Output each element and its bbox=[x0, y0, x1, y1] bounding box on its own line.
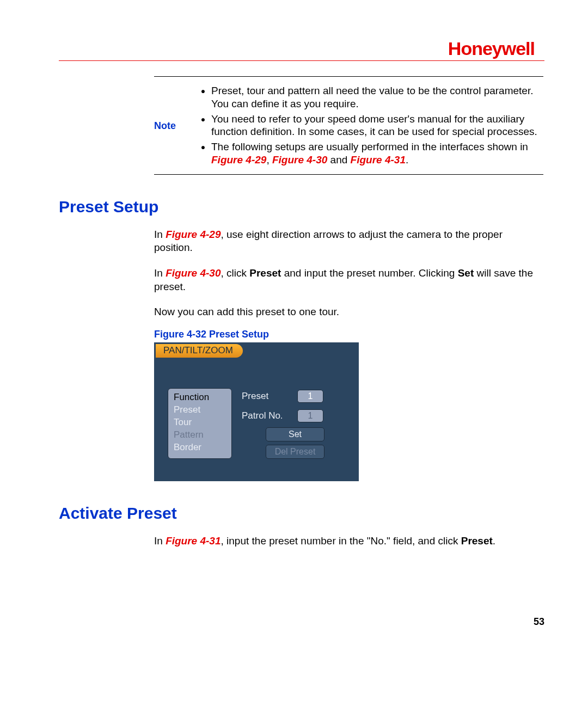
section-heading-preset-setup: Preset Setup bbox=[59, 198, 544, 216]
patrol-input[interactable]: 1 bbox=[297, 409, 323, 422]
note-text: Preset, tour and pattern all need the va… bbox=[211, 84, 543, 111]
page-number: 53 bbox=[534, 616, 544, 628]
bullet-icon: ● bbox=[195, 113, 211, 126]
figure-ref: Figure 4-30 bbox=[166, 267, 220, 279]
header-rule bbox=[59, 60, 544, 61]
figure-caption: Figure 4-32 Preset Setup bbox=[154, 329, 544, 340]
function-item-border[interactable]: Border bbox=[174, 441, 226, 454]
note-list: ● Preset, tour and pattern all need the … bbox=[195, 82, 543, 169]
bullet-icon: ● bbox=[195, 84, 211, 97]
ptz-tab[interactable]: PAN/TILT/ZOOM bbox=[156, 344, 243, 358]
paragraph: In Figure 4-31, input the preset number … bbox=[154, 535, 543, 548]
bold-text: Preset bbox=[461, 535, 493, 547]
set-button[interactable]: Set bbox=[266, 427, 324, 441]
paragraph: Now you can add this preset to one tour. bbox=[154, 305, 543, 319]
bullet-icon: ● bbox=[195, 140, 211, 154]
section-heading-activate-preset: Activate Preset bbox=[59, 504, 544, 523]
figure-preset-setup: PAN/TILT/ZOOM Function Preset Tour Patte… bbox=[154, 342, 544, 481]
note-text: You need to refer to your speed dome use… bbox=[211, 113, 543, 139]
note-block: Note ● Preset, tour and pattern all need… bbox=[154, 76, 543, 175]
note-item: ● You need to refer to your speed dome u… bbox=[195, 113, 543, 139]
figure-ref: Figure 4-29 bbox=[211, 154, 266, 165]
figure-ref: Figure 4-29 bbox=[166, 229, 220, 240]
bold-text: Preset bbox=[249, 267, 281, 279]
note-item: ● The following setups are usually perfo… bbox=[195, 140, 543, 167]
preset-input[interactable]: 1 bbox=[297, 390, 323, 403]
control-column: Preset 1 Patrol No. 1 Set Del Preset bbox=[242, 388, 324, 459]
paragraph: In Figure 4-29, use eight direction arro… bbox=[154, 228, 543, 255]
function-item-tour[interactable]: Tour bbox=[174, 416, 226, 429]
figure-ref: Figure 4-31 bbox=[166, 535, 220, 547]
function-box: Function Preset Tour Pattern Border bbox=[168, 388, 232, 459]
function-title: Function bbox=[174, 392, 226, 403]
note-text: The following setups are usually perform… bbox=[211, 140, 543, 167]
note-label: Note bbox=[154, 82, 195, 132]
function-item-pattern[interactable]: Pattern bbox=[174, 429, 226, 441]
function-item-preset[interactable]: Preset bbox=[174, 404, 226, 416]
del-preset-button[interactable]: Del Preset bbox=[266, 445, 324, 459]
paragraph: In Figure 4-30, click Preset and input t… bbox=[154, 267, 543, 293]
preset-label: Preset bbox=[242, 391, 292, 402]
note-item: ● Preset, tour and pattern all need the … bbox=[195, 84, 543, 111]
patrol-label: Patrol No. bbox=[242, 410, 292, 421]
brand-logo: Honeywell bbox=[59, 38, 544, 59]
bold-text: Set bbox=[458, 267, 474, 279]
figure-ref: Figure 4-31 bbox=[351, 154, 406, 165]
figure-ref: Figure 4-30 bbox=[272, 154, 327, 165]
ptz-panel: PAN/TILT/ZOOM Function Preset Tour Patte… bbox=[154, 342, 359, 481]
